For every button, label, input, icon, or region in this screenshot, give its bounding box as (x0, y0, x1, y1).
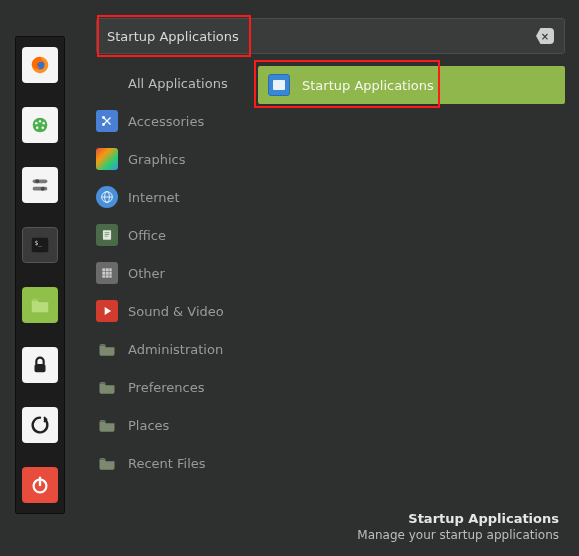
startup-applications-icon (268, 74, 290, 96)
logout-icon[interactable] (22, 407, 58, 443)
svg-rect-22 (103, 230, 111, 239)
svg-rect-29 (102, 272, 105, 275)
result-label: Startup Applications (302, 78, 434, 93)
svg-point-2 (33, 118, 48, 133)
category-label: Administration (128, 342, 223, 357)
graphics-icon (96, 148, 118, 170)
svg-rect-30 (106, 272, 109, 275)
lock-screen-icon[interactable] (22, 347, 58, 383)
category-label: Places (128, 418, 169, 433)
menu-panel: × All Applications Accessories Graphics (80, 0, 579, 556)
firefox-icon[interactable] (22, 47, 58, 83)
folder-recent-icon (96, 452, 118, 474)
svg-marker-35 (105, 307, 111, 315)
folder-prefs-icon (96, 376, 118, 398)
svg-rect-34 (109, 275, 111, 277)
svg-point-4 (39, 120, 41, 122)
category-places[interactable]: Places (96, 406, 254, 444)
category-recent-files[interactable]: Recent Files (96, 444, 254, 482)
category-label: Office (128, 228, 166, 243)
svg-point-7 (42, 127, 44, 129)
svg-point-10 (35, 179, 39, 183)
svg-rect-9 (33, 187, 48, 191)
menu-columns: All Applications Accessories Graphics (88, 64, 565, 511)
svg-rect-27 (106, 268, 109, 271)
svg-rect-8 (33, 180, 48, 184)
svg-point-17 (102, 116, 105, 119)
results-list: Startup Applications (254, 64, 565, 511)
description-title: Startup Applications (88, 511, 559, 526)
terminal-icon[interactable]: $_ (22, 227, 58, 263)
description-subtitle: Manage your startup applications (88, 528, 559, 542)
svg-rect-32 (102, 275, 105, 277)
category-label: All Applications (128, 76, 228, 91)
category-label: Sound & Video (128, 304, 224, 319)
scissors-icon (96, 110, 118, 132)
svg-rect-33 (106, 275, 109, 277)
result-startup-applications[interactable]: Startup Applications (258, 66, 565, 104)
folder-admin-icon (96, 338, 118, 360)
software-manager-icon[interactable] (22, 107, 58, 143)
play-icon (96, 300, 118, 322)
category-list: All Applications Accessories Graphics (88, 64, 254, 511)
category-sound-video[interactable]: Sound & Video (96, 292, 254, 330)
category-label: Preferences (128, 380, 204, 395)
category-other[interactable]: Other (96, 254, 254, 292)
search-input[interactable] (107, 29, 536, 44)
globe-icon (96, 186, 118, 208)
svg-point-5 (42, 122, 44, 124)
grid-icon (96, 262, 118, 284)
favorites-panel: $_ (15, 36, 65, 514)
category-preferences[interactable]: Preferences (96, 368, 254, 406)
favorites-column: $_ (0, 0, 80, 556)
empty-icon (96, 72, 118, 94)
svg-rect-31 (109, 272, 111, 275)
category-label: Accessories (128, 114, 204, 129)
svg-point-11 (41, 187, 45, 191)
svg-rect-28 (109, 268, 111, 271)
folder-places-icon (96, 414, 118, 436)
mint-menu: $_ × All A (0, 0, 579, 556)
svg-rect-14 (35, 364, 46, 372)
category-graphics[interactable]: Graphics (96, 140, 254, 178)
svg-rect-26 (102, 268, 105, 271)
svg-point-3 (35, 122, 37, 124)
category-label: Recent Files (128, 456, 206, 471)
category-label: Other (128, 266, 165, 281)
shutdown-icon[interactable] (22, 467, 58, 503)
category-all-applications[interactable]: All Applications (96, 64, 254, 102)
svg-text:$_: $_ (35, 239, 43, 247)
category-accessories[interactable]: Accessories (96, 102, 254, 140)
clear-search-icon[interactable]: × (536, 28, 554, 44)
category-internet[interactable]: Internet (96, 178, 254, 216)
selection-description: Startup Applications Manage your startup… (88, 511, 565, 542)
office-icon (96, 224, 118, 246)
svg-point-18 (102, 123, 105, 126)
files-icon[interactable] (22, 287, 58, 323)
category-label: Graphics (128, 152, 185, 167)
svg-point-6 (36, 127, 38, 129)
category-label: Internet (128, 190, 180, 205)
search-field-container: × (96, 18, 565, 54)
category-office[interactable]: Office (96, 216, 254, 254)
settings-icon[interactable] (22, 167, 58, 203)
category-administration[interactable]: Administration (96, 330, 254, 368)
